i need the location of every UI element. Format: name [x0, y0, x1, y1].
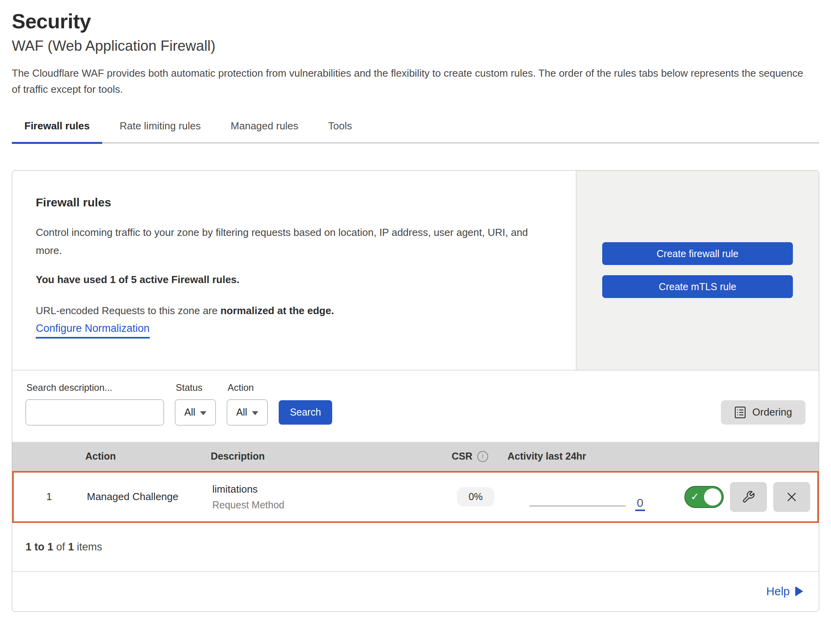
page-description: The Cloudflare WAF provides both automat…: [12, 65, 810, 98]
filter-toolbar: Search description... Status All: [12, 370, 819, 442]
usage-text: You have used 1 of 5 active Firewall rul…: [36, 274, 552, 286]
create-mtls-rule-button[interactable]: Create mTLS rule: [602, 275, 793, 298]
help-link[interactable]: Help: [766, 585, 803, 598]
rules-table-header: Action Description CSR i Activity last 2…: [12, 442, 819, 471]
search-input[interactable]: [37, 407, 160, 418]
rule-controls: ✓: [682, 482, 817, 512]
ordering-button[interactable]: Ordering: [721, 400, 805, 425]
items-text: items: [74, 541, 102, 553]
action-label: Action: [228, 382, 268, 393]
edit-rule-button[interactable]: [730, 482, 767, 512]
status-dropdown[interactable]: All: [175, 399, 216, 425]
close-icon: [785, 491, 798, 503]
tab-managed-rules[interactable]: Managed rules: [218, 114, 311, 142]
page-subtitle: WAF (Web Application Firewall): [12, 37, 819, 55]
pagination-summary: 1 to 1 of 1 items: [12, 523, 819, 571]
status-dropdown-value: All: [184, 407, 195, 418]
search-button[interactable]: Search: [279, 400, 332, 425]
chevron-down-icon: [200, 411, 206, 415]
create-firewall-rule-button[interactable]: Create firewall rule: [602, 242, 793, 265]
firewall-rule-row: 1 Managed Challenge limitations Request …: [12, 471, 819, 523]
csr-badge: 0%: [457, 487, 495, 506]
help-arrow-icon: [795, 586, 803, 596]
firewall-rules-summary-section: Firewall rules Control incoming traffic …: [12, 171, 819, 370]
rule-priority: 1: [14, 491, 85, 503]
firewall-rules-card: Firewall rules Control incoming traffic …: [12, 170, 819, 612]
activity-sparkline: [529, 506, 626, 506]
security-waf-page: Security WAF (Web Application Firewall) …: [0, 0, 831, 612]
column-header-action: Action: [83, 451, 211, 462]
of-text: of: [53, 541, 68, 553]
help-label: Help: [766, 585, 790, 598]
page-title: Security: [12, 10, 819, 33]
search-label: Search description...: [26, 382, 164, 393]
chevron-down-icon: [252, 411, 258, 415]
rule-description[interactable]: limitations: [212, 483, 442, 495]
firewall-rules-info: Firewall rules Control incoming traffic …: [12, 171, 576, 370]
range-text: 1 to 1: [26, 541, 53, 553]
card-description: Control incoming traffic to your zone by…: [36, 223, 551, 260]
delete-rule-button[interactable]: [773, 482, 810, 512]
column-header-description: Description: [211, 451, 441, 462]
tab-firewall-rules[interactable]: Firewall rules: [12, 114, 102, 142]
help-row: Help: [12, 571, 819, 611]
normalization-bold: normalized at the edge.: [221, 305, 334, 316]
action-dropdown[interactable]: All: [227, 399, 268, 425]
status-filter-group: Status All: [175, 382, 216, 425]
action-filter-group: Action All: [227, 382, 268, 425]
normalization-prefix: URL-encoded Requests to this zone are: [36, 305, 221, 316]
toggle-knob: [704, 488, 721, 506]
column-header-activity: Activity last 24hr: [507, 451, 680, 462]
card-actions-panel: Create firewall rule Create mTLS rule: [576, 171, 819, 370]
waf-tab-bar: Firewall rules Rate limiting rules Manag…: [12, 114, 819, 144]
csr-header-label: CSR: [452, 451, 472, 462]
column-header-csr: CSR i: [441, 451, 507, 462]
ordering-list-icon: [734, 406, 746, 419]
tab-tools[interactable]: Tools: [316, 114, 365, 142]
card-heading: Firewall rules: [36, 196, 552, 209]
rule-action: Managed Challenge: [85, 491, 212, 503]
rule-enabled-toggle[interactable]: ✓: [684, 486, 724, 508]
rule-expression: Request Method: [212, 499, 442, 511]
configure-normalization-link[interactable]: Configure Normalization: [36, 322, 150, 339]
search-input-box[interactable]: [26, 399, 164, 425]
info-icon[interactable]: i: [477, 451, 488, 462]
rule-csr-cell: 0%: [442, 487, 509, 506]
tab-rate-limiting-rules[interactable]: Rate limiting rules: [107, 114, 213, 142]
rule-description-cell: limitations Request Method: [212, 483, 442, 511]
total-count: 1: [68, 541, 74, 553]
status-label: Status: [176, 382, 216, 393]
activity-count-link[interactable]: 0: [635, 497, 645, 511]
normalization-text: URL-encoded Requests to this zone are no…: [36, 305, 552, 317]
check-icon: ✓: [691, 491, 699, 503]
rule-activity-cell: 0: [509, 473, 682, 521]
search-field-group: Search description...: [26, 382, 164, 425]
ordering-button-label: Ordering: [752, 406, 792, 418]
action-dropdown-value: All: [236, 407, 247, 418]
wrench-icon: [742, 490, 755, 504]
